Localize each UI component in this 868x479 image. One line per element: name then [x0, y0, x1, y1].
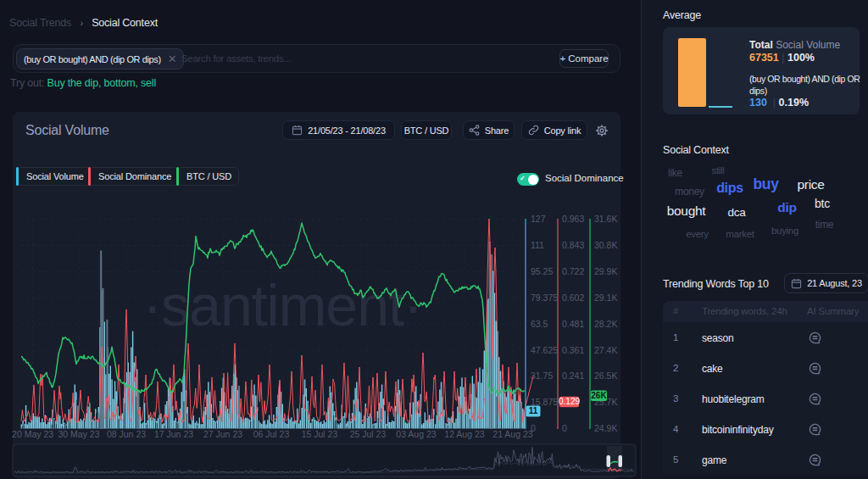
svg-text:30 May 23: 30 May 23	[58, 429, 99, 439]
svg-text:17 Jun 23: 17 Jun 23	[154, 429, 193, 439]
svg-text:0.843: 0.843	[562, 240, 584, 250]
svg-text:63.5: 63.5	[531, 319, 548, 329]
svg-text:31.6K: 31.6K	[594, 214, 617, 224]
svg-text:47.625: 47.625	[531, 345, 558, 355]
svg-text:0.722: 0.722	[562, 266, 584, 276]
svg-text:0.602: 0.602	[562, 292, 584, 303]
svg-text:25 Jul 23: 25 Jul 23	[350, 429, 387, 439]
svg-text:15 Jul 23: 15 Jul 23	[302, 429, 338, 439]
svg-text:0: 0	[562, 423, 567, 433]
svg-text:24.9K: 24.9K	[594, 423, 617, 433]
svg-text:95.25: 95.25	[531, 266, 553, 276]
svg-text:08 Jun 23: 08 Jun 23	[107, 429, 146, 439]
svg-text:79.375: 79.375	[531, 292, 558, 303]
svg-text:29.1K: 29.1K	[594, 292, 617, 303]
svg-text:31.75: 31.75	[531, 370, 553, 381]
svg-text:0.129: 0.129	[559, 397, 580, 406]
svg-text:0.241: 0.241	[562, 370, 584, 381]
svg-text:·santiment·: ·santiment·	[142, 273, 421, 337]
svg-text:27.4K: 27.4K	[594, 345, 617, 355]
svg-text:0.963: 0.963	[562, 214, 584, 224]
svg-text:03 Aug 23: 03 Aug 23	[396, 429, 436, 439]
svg-text:21 Aug 23: 21 Aug 23	[492, 429, 532, 439]
svg-text:127: 127	[531, 214, 546, 224]
svg-text:30.8K: 30.8K	[594, 240, 617, 250]
svg-text:27 Jun 23: 27 Jun 23	[203, 429, 242, 439]
svg-text:12 Aug 23: 12 Aug 23	[444, 429, 484, 439]
svg-text:0.361: 0.361	[562, 345, 584, 355]
svg-text:26K: 26K	[591, 391, 607, 400]
svg-text:0.481: 0.481	[562, 319, 584, 329]
svg-text:06 Jul 23: 06 Jul 23	[253, 429, 290, 439]
svg-text:111: 111	[531, 240, 544, 250]
svg-text:11: 11	[529, 406, 538, 415]
svg-text:28.2K: 28.2K	[594, 319, 617, 329]
svg-text:26.5K: 26.5K	[594, 370, 617, 381]
svg-text:29.9K: 29.9K	[594, 266, 617, 276]
svg-text:20 May 23: 20 May 23	[12, 429, 53, 439]
